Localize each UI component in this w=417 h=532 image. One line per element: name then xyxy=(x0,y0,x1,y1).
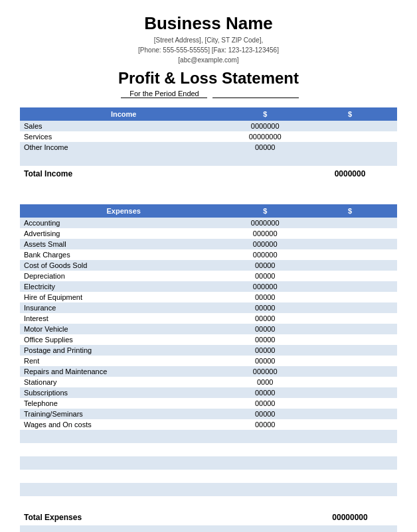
exp-label: Electricity xyxy=(20,281,227,292)
income-label-services: Services xyxy=(20,131,227,142)
income-row-services: Services 00000000 xyxy=(20,131,397,142)
exp-label: Insurance xyxy=(20,302,227,313)
exp-row-motor-vehicle: Motor Vehicle 00000 xyxy=(20,324,397,334)
exp-row-interest: Interest 00000 xyxy=(20,313,397,324)
exp-row-insurance: Insurance 00000 xyxy=(20,302,397,313)
address-line-1: [Street Address], [City, ST ZIP Code], xyxy=(20,35,397,45)
exp-amount: 00000 xyxy=(227,398,303,409)
total-expenses-row: Total Expenses 00000000 xyxy=(20,509,397,525)
exp-amount: 000000 xyxy=(227,281,303,292)
exp-label: Stationary xyxy=(20,377,227,387)
exp-row-cogs: Cost of Goods Sold 00000 xyxy=(20,260,397,271)
total-income-label: Total Income xyxy=(20,166,227,182)
exp-amount: 00000 xyxy=(227,409,303,419)
exp-row-rent: Rent 00000 xyxy=(20,356,397,366)
income-amount-sales: 0000000 xyxy=(227,121,303,131)
sep-blank-1 xyxy=(20,525,397,532)
exp-label: Motor Vehicle xyxy=(20,324,227,334)
exp-label: Depreciation xyxy=(20,271,227,281)
income-amount-other: 00000 xyxy=(227,142,303,153)
exp-amount: 000000 xyxy=(227,228,303,239)
income-blank-1 xyxy=(20,153,397,166)
expenses-col2-header: $ xyxy=(303,204,397,218)
exp-row-postage: Postage and Printing 00000 xyxy=(20,345,397,356)
expenses-table: Expenses $ $ Accounting 0000000 Advertis… xyxy=(20,204,397,532)
income-total-sales xyxy=(303,121,397,131)
exp-blank-5 xyxy=(20,483,397,496)
income-label-other: Other Income xyxy=(20,142,227,153)
exp-row-assets-small: Assets Small 000000 xyxy=(20,239,397,249)
exp-amount: 00000 xyxy=(227,313,303,324)
income-row-other: Other Income 00000 xyxy=(20,142,397,153)
period-value xyxy=(212,90,299,98)
exp-label: Assets Small xyxy=(20,239,227,249)
expenses-col1-header: $ xyxy=(227,204,303,218)
exp-row-stationary: Stationary 0000 xyxy=(20,377,397,387)
exp-amount: 0000 xyxy=(227,377,303,387)
expenses-header-row: Expenses $ $ xyxy=(20,204,397,218)
exp-row-electricity: Electricity 000000 xyxy=(20,281,397,292)
exp-label: Subscriptions xyxy=(20,387,227,398)
exp-blank-2 xyxy=(20,443,397,456)
exp-label: Bank Charges xyxy=(20,249,227,260)
exp-blank-4 xyxy=(20,470,397,483)
exp-row-training: Training/Seminars 00000 xyxy=(20,409,397,419)
exp-label: Training/Seminars xyxy=(20,409,227,419)
income-label-sales: Sales xyxy=(20,121,227,131)
exp-row-advertising: Advertising 000000 xyxy=(20,228,397,239)
report-title: Profit & Loss Statement xyxy=(20,69,397,88)
total-income-sub xyxy=(227,166,303,182)
exp-row-accounting: Accounting 0000000 xyxy=(20,218,397,228)
exp-amount: 000000 xyxy=(227,366,303,377)
exp-row-bank-charges: Bank Charges 000000 xyxy=(20,249,397,260)
exp-amount: 00000 xyxy=(227,324,303,334)
exp-label: Repairs and Maintenance xyxy=(20,366,227,377)
exp-amount: 00000 xyxy=(227,260,303,271)
exp-amount: 00000 xyxy=(227,334,303,345)
expenses-header-label: Expenses xyxy=(20,204,227,218)
business-name: Business Name xyxy=(20,13,397,34)
total-income-value: 0000000 xyxy=(303,166,397,182)
income-col1-header: $ xyxy=(227,107,303,121)
exp-row-hire-equipment: Hire of Equipment 00000 xyxy=(20,292,397,302)
total-expenses-value: 00000000 xyxy=(303,509,397,525)
exp-row-repairs: Repairs and Maintenance 000000 xyxy=(20,366,397,377)
exp-label: Interest xyxy=(20,313,227,324)
document-header: Business Name [Street Address], [City, S… xyxy=(20,13,397,98)
income-amount-services: 00000000 xyxy=(227,131,303,142)
exp-amount: 00000 xyxy=(227,345,303,356)
exp-label: Accounting xyxy=(20,218,227,228)
total-expenses-label: Total Expenses xyxy=(20,509,227,525)
exp-row-office-supplies: Office Supplies 00000 xyxy=(20,334,397,345)
total-income-row: Total Income 0000000 xyxy=(20,166,397,182)
exp-amount: 00000 xyxy=(227,387,303,398)
exp-row-wages: Wages and On costs 00000 xyxy=(20,419,397,430)
exp-label: Office Supplies xyxy=(20,334,227,345)
exp-label: Cost of Goods Sold xyxy=(20,260,227,271)
exp-blank-6 xyxy=(20,496,397,509)
exp-amount: 00000 xyxy=(227,302,303,313)
exp-amount: 000000 xyxy=(227,249,303,260)
income-total-services xyxy=(303,131,397,142)
exp-row-depreciation: Depreciation 00000 xyxy=(20,271,397,281)
exp-label: Telephone xyxy=(20,398,227,409)
address-line-2: [Phone: 555-555-55555] [Fax: 123-123-123… xyxy=(20,45,397,55)
exp-blank-1 xyxy=(20,430,397,443)
exp-label: Rent xyxy=(20,356,227,366)
exp-blank-3 xyxy=(20,456,397,470)
exp-amount: 0000000 xyxy=(227,218,303,228)
income-row-sales: Sales 0000000 xyxy=(20,121,397,131)
spacer-1 xyxy=(20,182,397,195)
exp-amount: 000000 xyxy=(227,239,303,249)
income-total-other xyxy=(303,142,397,153)
exp-amount: 00000 xyxy=(227,356,303,366)
exp-amount: 00000 xyxy=(227,419,303,430)
exp-label: Postage and Printing xyxy=(20,345,227,356)
exp-label: Advertising xyxy=(20,228,227,239)
period-line: For the Period Ended xyxy=(20,90,397,98)
exp-label: Wages and On costs xyxy=(20,419,227,430)
income-header-label: Income xyxy=(20,107,227,121)
exp-label: Hire of Equipment xyxy=(20,292,227,302)
exp-amount: 00000 xyxy=(227,292,303,302)
income-col2-header: $ xyxy=(303,107,397,121)
